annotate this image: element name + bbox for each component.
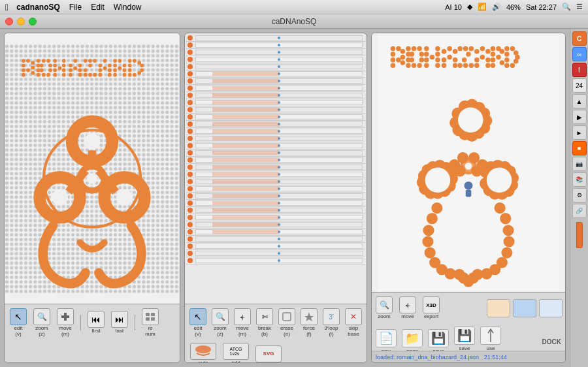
row-track-31[interactable] — [195, 258, 363, 263]
seq-row-25 — [186, 214, 365, 221]
minimize-button[interactable] — [17, 18, 25, 25]
row-track-25[interactable] — [195, 215, 363, 220]
right-canvas[interactable] — [372, 33, 565, 292]
auto-staple-btn[interactable]: autostaple — [189, 342, 218, 363]
row-track-23[interactable] — [195, 200, 363, 206]
sidebar-icon-3[interactable]: f — [572, 63, 587, 77]
export-svg-btn[interactable]: SVG export — [254, 344, 283, 363]
edit-tool-icon: ↖ — [10, 308, 27, 325]
search-icon[interactable]: 🔍 — [562, 3, 571, 11]
audio-icon: 🔊 — [492, 3, 501, 11]
middle-3loop-btn[interactable]: 3' 3'loop(l) — [322, 307, 340, 339]
sidebar-icon-right[interactable] — [576, 222, 583, 248]
menu-file[interactable]: File — [69, 3, 82, 12]
svg-point-168 — [465, 163, 472, 170]
apple-menu[interactable]:  — [5, 2, 8, 12]
seq-row-9 — [186, 99, 365, 106]
zoom-tool-btn[interactable]: 🔍 zoom(z) — [32, 307, 52, 339]
middle-skip-btn[interactable]: ✕ skipbase — [344, 307, 363, 339]
right-move-btn[interactable]: ⍅ move — [398, 295, 417, 321]
row-track-5[interactable] — [195, 71, 363, 76]
sidebar-icon-1[interactable]: C — [572, 31, 587, 46]
middle-zoom-btn[interactable]: 🔍 zoom(z) — [211, 307, 229, 339]
menu-window[interactable]: Window — [114, 3, 142, 12]
renum-tool-btn[interactable]: renum — [140, 307, 160, 339]
row-track-7[interactable] — [195, 86, 363, 91]
row-track-9[interactable] — [195, 100, 363, 105]
sidebar-icon-12[interactable]: 🔗 — [572, 204, 587, 218]
list-icon[interactable]: ☰ — [576, 3, 583, 11]
close-button[interactable] — [5, 18, 13, 25]
row-track-19[interactable] — [195, 172, 363, 177]
row-track-2[interactable] — [195, 50, 363, 55]
sidebar-icon-5[interactable]: ▲ — [572, 94, 587, 108]
row-track-10[interactable] — [195, 107, 363, 112]
middle-paint-btn[interactable]: paint(p) — [367, 307, 367, 339]
row-track-27[interactable] — [195, 229, 363, 234]
row-track-17[interactable] — [195, 157, 363, 163]
svg-point-39 — [78, 73, 82, 77]
middle-break-btn[interactable]: ✄ break(b) — [255, 307, 274, 339]
sidebar-icon-2[interactable]: ∞ — [572, 47, 587, 61]
row-track-24[interactable] — [195, 208, 363, 213]
move-tool-btn[interactable]: move(m) — [56, 307, 75, 339]
add-seq-btn[interactable]: ATCG1v2s addseq — [221, 342, 250, 363]
dock-label: DOCK — [541, 337, 563, 347]
row-track-22[interactable] — [195, 193, 363, 199]
svg-point-82 — [116, 189, 133, 206]
row-track-6[interactable] — [195, 78, 363, 84]
sidebar-icon-11[interactable]: ⚙ — [572, 188, 587, 202]
sidebar-icon-6[interactable]: ▶ — [572, 110, 587, 124]
right-zoom-btn[interactable]: 🔍 zoom — [374, 295, 394, 321]
row-track-15[interactable] — [195, 143, 363, 148]
row-track-8[interactable] — [195, 93, 363, 98]
swatch-2[interactable] — [513, 299, 536, 317]
row-track-14[interactable] — [195, 136, 363, 141]
row-marker-30 — [188, 251, 193, 256]
row-track-13[interactable] — [195, 129, 363, 134]
row-track-30[interactable] — [195, 251, 363, 256]
row-marker-15 — [188, 143, 193, 148]
right-export-btn[interactable]: X3D export — [421, 295, 441, 321]
svg-point-102 — [396, 57, 400, 62]
row-track-4[interactable] — [195, 64, 363, 69]
swatch-1[interactable] — [487, 299, 510, 317]
middle-edit-btn[interactable]: ↖ edit(v) — [189, 307, 207, 339]
row-track-3[interactable] — [195, 57, 363, 62]
svg-point-32 — [69, 63, 73, 67]
row-track-1[interactable] — [195, 42, 363, 48]
middle-erase-btn[interactable]: erase(e) — [278, 307, 296, 339]
row-track-20[interactable] — [195, 179, 363, 184]
last-tool-btn[interactable]: ⏭ last — [110, 310, 129, 336]
svg-point-38 — [78, 69, 82, 72]
row-track-12[interactable] — [195, 121, 363, 127]
first-tool-btn[interactable]: ⏮ first — [86, 310, 106, 336]
row-track-28[interactable] — [195, 236, 363, 242]
row-track-18[interactable] — [195, 165, 363, 170]
svg-point-24 — [53, 63, 57, 67]
row-track-16[interactable] — [195, 150, 363, 155]
sidebar-icon-10[interactable]: 📚 — [572, 172, 587, 187]
sidebar-icon-7[interactable]: ► — [572, 125, 587, 140]
swatch-3[interactable] — [539, 299, 563, 317]
sidebar-icon-8[interactable]: ■ — [572, 141, 587, 155]
sidebar-icon-4[interactable]: 24 — [572, 78, 587, 93]
sequence-view[interactable] — [185, 33, 367, 304]
row-track-0[interactable] — [195, 35, 363, 40]
row-marker-11 — [188, 114, 193, 120]
svg-point-227 — [504, 236, 515, 247]
middle-move-btn[interactable]: ⍅ move(m) — [233, 307, 252, 339]
row-track-26[interactable] — [195, 222, 363, 227]
row-track-29[interactable] — [195, 244, 363, 249]
maximize-button[interactable] — [29, 18, 37, 25]
svg-point-131 — [453, 57, 457, 62]
sidebar-icon-9[interactable]: 📷 — [572, 157, 587, 171]
menu-edit[interactable]: Edit — [91, 3, 105, 12]
edit-tool-btn[interactable]: ↖ edit(v) — [8, 307, 28, 339]
row-marker-12 — [188, 121, 193, 127]
middle-force-btn[interactable]: force(f) — [300, 307, 318, 339]
left-canvas[interactable] — [5, 33, 180, 304]
row-track-11[interactable] — [195, 114, 363, 120]
row-track-21[interactable] — [195, 186, 363, 191]
middle-force-icon — [301, 308, 318, 325]
